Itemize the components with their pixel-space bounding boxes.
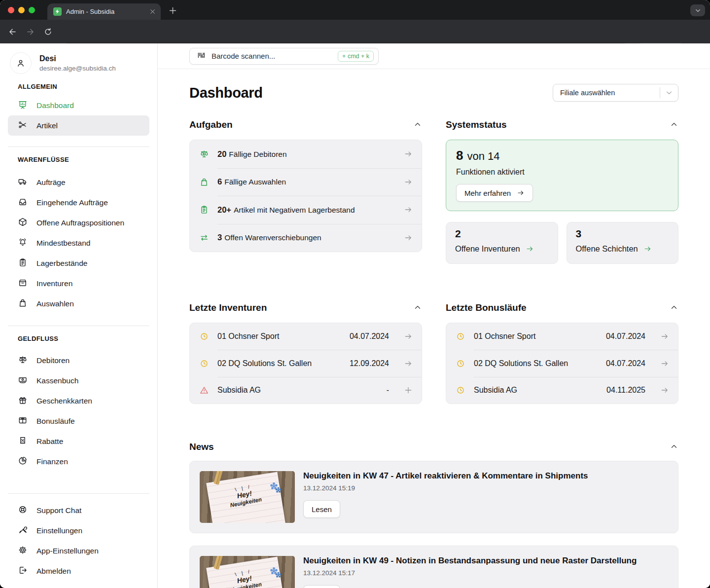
arrow-right-icon (643, 245, 652, 253)
more-info-button[interactable]: Mehr erfahren (456, 184, 533, 202)
sidebar-item-support-chat[interactable]: Support Chat (8, 500, 149, 520)
news-item-title: Neuigkeiten in KW 47 - Artikel reaktivie… (303, 471, 588, 481)
bell-icon (18, 237, 28, 249)
arrow-right-icon[interactable] (404, 205, 413, 214)
browser-tab[interactable]: Admin - Subsidia (47, 3, 161, 20)
shopping-bag-icon (199, 177, 209, 187)
clock-icon (199, 331, 209, 341)
recent-bonus-runs-title: Letzte Bonusläufe (446, 302, 527, 313)
back-icon[interactable] (4, 23, 21, 40)
sidebar-item-label: Debitoren (36, 356, 70, 365)
news-thumbnail: \ | / Hey! Neuigkeiten (200, 556, 295, 588)
arrow-right-icon[interactable] (660, 386, 669, 395)
section-label-warenfluesse: WARENFLÜSSE (18, 156, 149, 163)
task-row-faellige-auswahlen[interactable]: 6Fällige Auswahlen (190, 168, 422, 196)
new-tab-button[interactable] (167, 4, 178, 16)
collapse-news-button[interactable] (670, 442, 678, 452)
bonus-run-row[interactable]: 01 Ochsner Sport 04.07.2024 (446, 323, 678, 350)
sidebar-item-label: Artikel (36, 121, 58, 130)
zoom-window-button[interactable] (29, 7, 35, 13)
shortcut-hint-badge: + cmd + k (338, 51, 374, 62)
branch-select-value: Filiale auswählen (560, 89, 615, 97)
minimize-window-button[interactable] (18, 7, 25, 13)
task-row-faellige-debitoren[interactable]: 20Fällige Debitoren (190, 140, 422, 168)
task-row-negativer-lagerbestand[interactable]: 20+Artikel mit Negativem Lagerbestand (190, 196, 422, 224)
arrow-right-icon[interactable] (404, 149, 413, 158)
task-row-warenverschiebungen[interactable]: 3Offen Warenverschiebungen (190, 224, 422, 252)
barcode-scan-input[interactable]: Barcode scannen... + cmd + k (189, 48, 379, 65)
sidebar-item-mindestbestand[interactable]: Mindestbestand (8, 233, 149, 253)
sidebar-item-bonuslaeufe[interactable]: Bonusläufe (8, 411, 149, 431)
tab-close-icon[interactable] (149, 8, 156, 15)
sidebar-item-rabatte[interactable]: Rabatte (8, 431, 149, 451)
arrow-right-icon[interactable] (660, 359, 669, 368)
gift-card-icon (18, 415, 28, 427)
sidebar-item-kassenbuch[interactable]: Kassenbuch (8, 370, 149, 391)
bonus-run-row[interactable]: Subsidia AG 04.11.2025 (446, 377, 678, 404)
open-shifts-tile[interactable]: 3 Offene Schichten (567, 222, 679, 264)
logout-icon (18, 565, 28, 577)
app-root: Desi desiree.alge@subsidia.ch ALLGEMEIN … (0, 43, 710, 588)
bonus-run-row[interactable]: 02 DQ Solutions St. Gallen 04.07.2024 (446, 350, 678, 376)
arrow-right-icon[interactable] (404, 359, 413, 368)
arrow-right-icon[interactable] (404, 332, 413, 341)
news-title: News (189, 441, 214, 452)
warning-icon (199, 385, 209, 395)
banknote-icon (18, 375, 28, 387)
sidebar-item-abmelden[interactable]: Abmelden (8, 561, 149, 581)
inventory-row[interactable]: 02 DQ Solutions St. Gallen 12.09.2024 (190, 350, 422, 376)
news-item-date: 13.12.2024 15:19 (303, 484, 588, 492)
recent-inventories-card: 01 Ochsner Sport 04.07.2024 02 D (189, 323, 422, 404)
sidebar-item-einstellungen[interactable]: Einstellungen (8, 520, 149, 541)
collapse-systemstatus-button[interactable] (670, 120, 678, 130)
sidebar-item-label: Kassenbuch (36, 376, 78, 385)
sidebar-item-label: Lagerbestände (36, 259, 87, 268)
main-area: Barcode scannen... + cmd + k Dashboard F… (158, 43, 710, 588)
reload-icon[interactable] (39, 23, 56, 40)
branch-select[interactable]: Filiale auswählen (553, 84, 678, 102)
sidebar-divider (8, 326, 149, 326)
sidebar-item-label: Support Chat (36, 506, 81, 515)
close-window-button[interactable] (8, 7, 14, 13)
sidebar-item-geschenkkarten[interactable]: Geschenkkarten (8, 391, 149, 411)
tab-search-chevron-icon[interactable] (690, 4, 705, 16)
sidebar-item-label: Abmelden (36, 567, 71, 576)
arrow-right-icon[interactable] (660, 332, 669, 341)
sidebar-item-debitoren[interactable]: Debitoren (8, 350, 149, 370)
clock-icon (456, 385, 465, 395)
clipboard-icon (18, 257, 28, 269)
sidebar-item-label: Bonusläufe (36, 417, 75, 426)
sidebar-item-label: Eingehende Aufträge (36, 198, 108, 207)
recent-inventories-title: Letzte Inventuren (189, 302, 267, 313)
collapse-bonus-runs-button[interactable] (670, 303, 678, 313)
forward-icon[interactable] (22, 23, 38, 40)
sidebar-item-app-einstellungen[interactable]: App-Einstellungen (8, 541, 149, 561)
user-profile[interactable]: Desi desiree.alge@subsidia.ch (8, 51, 149, 75)
features-active-count: 8 (456, 148, 463, 163)
arrow-right-icon[interactable] (404, 178, 413, 186)
sidebar-item-offene-auftragspositionen[interactable]: Offene Auftragspositionen (8, 213, 149, 233)
sidebar-item-dashboard[interactable]: Dashboard (8, 95, 149, 115)
recent-inventories-section: Letzte Inventuren 01 Ochsner Sport (189, 301, 422, 404)
collapse-inventories-button[interactable] (413, 303, 422, 313)
browser-toolbar: pre.admin.subsidia.ch/# Inkognito (0, 20, 710, 43)
arrow-right-icon[interactable] (404, 233, 413, 242)
sidebar-item-finanzen[interactable]: Finanzen (8, 451, 149, 472)
collapse-tasks-button[interactable] (413, 120, 422, 130)
inventory-row[interactable]: 01 Ochsner Sport 04.07.2024 (190, 323, 422, 350)
sidebar-item-label: Rabatte (36, 437, 63, 446)
sidebar-item-artikel[interactable]: Artikel (8, 115, 149, 136)
inventory-row[interactable]: Subsidia AG - (190, 377, 422, 404)
subsidia-favicon-icon (53, 7, 62, 16)
sidebar-item-auftraege[interactable]: Aufträge (8, 172, 149, 192)
plus-icon[interactable] (404, 386, 413, 395)
sidebar-item-inventuren[interactable]: Inventuren (8, 273, 149, 294)
read-news-button[interactable]: Lesen (303, 585, 340, 588)
read-news-button[interactable]: Lesen (303, 500, 340, 518)
sidebar-item-auswahlen[interactable]: Auswahlen (8, 294, 149, 314)
user-name: Desi (39, 54, 116, 63)
sidebar-item-eingehende-auftraege[interactable]: Eingehende Aufträge (8, 192, 149, 213)
cube-icon (18, 217, 28, 229)
open-inventories-tile[interactable]: 2 Offene Inventuren (446, 222, 558, 264)
sidebar-item-lagerbestaende[interactable]: Lagerbestände (8, 253, 149, 273)
